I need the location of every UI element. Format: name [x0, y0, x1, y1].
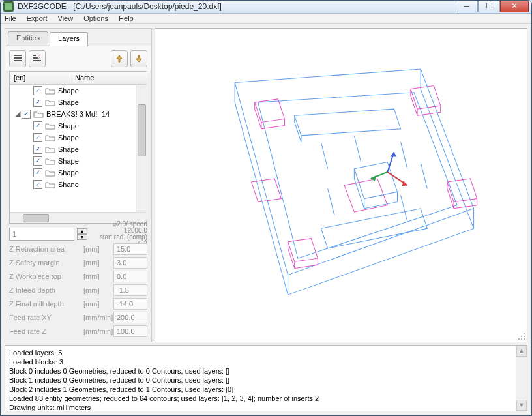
tree-item-label: Shape [55, 98, 79, 106]
tree-row[interactable]: ✓Shape [10, 167, 147, 179]
visibility-checkbox[interactable]: ✓ [33, 86, 42, 95]
tree-row[interactable]: ✓Shape [10, 97, 147, 108]
visibility-checkbox[interactable]: ✓ [33, 145, 42, 154]
svg-point-17 [524, 338, 525, 340]
param-unit: [mm] [83, 245, 111, 253]
svg-line-4 [328, 188, 334, 215]
svg-point-15 [518, 338, 520, 340]
tab-entities[interactable]: Entities [8, 31, 48, 46]
params-panel: 1 ▲▼ ⌀2.0/ speed 12000.0 start rad. (com… [9, 226, 147, 338]
tree-header-en[interactable]: [en] [10, 74, 72, 82]
log-line: Block 0 includes 0 Geometries, reduced t… [9, 366, 523, 376]
tree-header: [en] Name [10, 72, 147, 85]
log-panel[interactable]: Loaded layers: 5Loaded blocks: 3Block 0 … [5, 345, 527, 411]
param-unit: [mm] [83, 300, 111, 308]
tree-hscroll-thumb[interactable] [23, 214, 49, 222]
svg-line-3 [421, 162, 427, 188]
log-line: Drawing units: millimeters [9, 403, 523, 411]
tool-spinner[interactable]: 1 [9, 228, 74, 241]
tree-item-label: Shape [55, 157, 79, 165]
param-value-input[interactable]: -1.5 [113, 284, 147, 296]
tree-row[interactable]: ◢✓BREAKS! 3 Md! -14 [10, 108, 147, 120]
visibility-checkbox[interactable]: ✓ [33, 98, 42, 107]
tree-item-label: Shape [55, 145, 79, 153]
param-value-input[interactable]: 3.0 [113, 257, 147, 269]
svg-point-14 [524, 336, 525, 337]
log-line: Loaded 83 entity geometries; reduced to … [9, 394, 523, 403]
tree-row[interactable]: ✓Shape [10, 132, 147, 143]
param-value-input[interactable]: 0.0 [113, 271, 147, 282]
tree-row[interactable]: ✓Shane [10, 179, 147, 190]
param-row: Z Workpiece top[mm]0.0 [9, 269, 147, 283]
tree-row[interactable]: ✓Shape [10, 85, 147, 97]
minimize-button[interactable]: ─ [456, 0, 478, 12]
app-window: DXF2GCODE - [C:/Users/jeanpauls/Desktop/… [0, 0, 532, 416]
tree-item-label: Shape [55, 134, 79, 141]
param-unit: [mm/min] [83, 327, 111, 335]
param-label: Z Safety margin [9, 259, 81, 267]
tree-vscrollbar[interactable] [136, 85, 147, 212]
param-unit: [mm] [83, 259, 111, 267]
param-value-input[interactable]: -14.0 [113, 298, 147, 310]
tree-row[interactable]: ✓Shape [10, 120, 147, 132]
param-row: Z Safety margin[mm]3.0 [9, 256, 147, 269]
tree-header-name[interactable]: Name [72, 74, 147, 82]
move-down-button[interactable] [130, 50, 147, 67]
param-label: Z Retraction area [9, 245, 81, 253]
upper-pane: Entities Layers [en] Name [5, 28, 527, 342]
layer-icon [45, 133, 55, 142]
param-value-input[interactable]: 100.0 [113, 325, 147, 337]
menu-file[interactable]: File [5, 14, 16, 22]
svg-line-5 [401, 195, 407, 222]
collapse-all-button[interactable] [9, 50, 26, 67]
param-row: Feed rate XY[mm/min]200.0 [9, 310, 147, 324]
visibility-checkbox[interactable]: ✓ [22, 110, 31, 119]
svg-marker-11 [371, 175, 376, 181]
resize-grip-icon[interactable] [516, 331, 525, 340]
svg-marker-7 [402, 181, 407, 186]
layer-icon [45, 98, 55, 107]
param-value-input[interactable]: 200.0 [113, 312, 147, 323]
tree-vscroll-thumb[interactable] [138, 104, 146, 156]
visibility-checkbox[interactable]: ✓ [33, 180, 42, 189]
close-button[interactable]: ✕ [500, 0, 529, 12]
tree-row[interactable]: ✓Shape [10, 155, 147, 167]
visibility-checkbox[interactable]: ✓ [33, 168, 42, 177]
client-area: Entities Layers [en] Name [1, 24, 531, 415]
side-tabs: Entities Layers [8, 31, 149, 46]
log-line: Loaded layers: 5 [9, 348, 523, 357]
tree-row[interactable]: ✓Shape [10, 143, 147, 155]
tree-body[interactable]: ✓Shape✓Shape◢✓BREAKS! 3 Md! -14✓Shape✓Sh… [10, 85, 147, 212]
tree-item-label: BREAKS! 3 Md! -14 [44, 110, 110, 118]
log-vscrollbar[interactable]: ▲ ▼ [516, 346, 527, 411]
visibility-checkbox[interactable]: ✓ [33, 156, 42, 166]
move-up-button[interactable] [111, 50, 128, 67]
expand-arrow-icon[interactable]: ◢ [14, 110, 22, 118]
visibility-checkbox[interactable]: ✓ [33, 121, 42, 130]
menu-export[interactable]: Export [27, 14, 48, 22]
log-line: Loaded blocks: 3 [9, 357, 523, 366]
drawing-canvas[interactable] [155, 28, 527, 342]
menu-view[interactable]: View [58, 14, 74, 22]
layers-tree[interactable]: [en] Name ✓Shape✓Shape◢✓BREAKS! 3 Md! -1… [9, 71, 147, 224]
tree-item-label: Shape [55, 122, 79, 130]
window-title: DXF2GCODE - [C:/Users/jeanpauls/Desktop/… [18, 2, 456, 11]
layer-icon [45, 168, 55, 177]
param-unit: [mm] [83, 273, 111, 280]
titlebar[interactable]: DXF2GCODE - [C:/Users/jeanpauls/Desktop/… [1, 1, 531, 14]
tab-layers[interactable]: Layers [50, 32, 88, 46]
expand-all-button[interactable] [29, 50, 46, 67]
drawing-svg [155, 29, 527, 342]
spinner-buttons[interactable]: ▲▼ [77, 228, 87, 240]
scroll-up-icon[interactable]: ▲ [516, 346, 527, 357]
layer-icon [45, 121, 55, 130]
scroll-down-icon[interactable]: ▼ [516, 400, 527, 411]
maximize-button[interactable]: ☐ [478, 0, 500, 12]
log-line: Block 2 includes 1 Geometries, reduced t… [9, 385, 523, 394]
visibility-checkbox[interactable]: ✓ [33, 133, 42, 142]
tree-item-label: Shane [55, 181, 79, 188]
menu-help[interactable]: Help [119, 14, 134, 22]
menu-options[interactable]: Options [83, 14, 108, 22]
param-value-input[interactable]: 15.0 [113, 243, 147, 255]
layer-icon [33, 110, 44, 119]
